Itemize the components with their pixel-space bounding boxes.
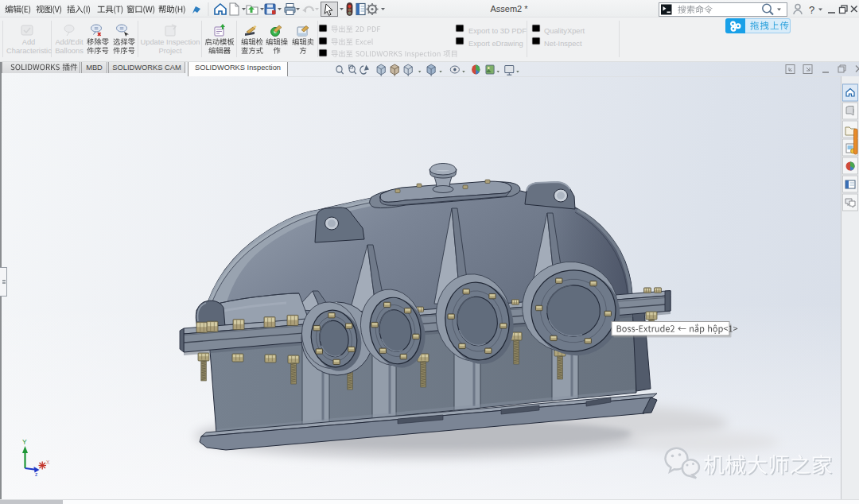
svg-text:Y: Y [22,438,27,446]
svg-text:z: z [35,471,37,477]
svg-text:X: X [46,459,50,465]
